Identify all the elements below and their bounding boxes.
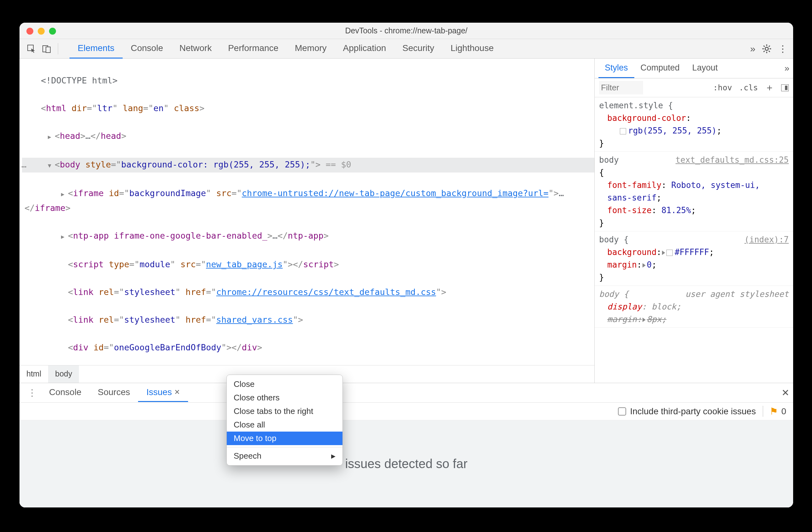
settings-gear-icon[interactable] [762, 44, 772, 54]
ctx-close-right[interactable]: Close tabs to the right [227, 405, 343, 418]
ctx-close[interactable]: Close [227, 377, 343, 391]
rule-selector[interactable]: body [599, 155, 619, 165]
devtools-window: DevTools - chrome://new-tab-page/ Elemen… [19, 23, 793, 507]
issues-count: ⚑0 [763, 406, 786, 417]
dom-tree[interactable]: <!DOCTYPE html> <html dir="ltr" lang="en… [19, 58, 594, 365]
chevron-right-icon: ▶ [331, 453, 336, 460]
ctx-move-to-top[interactable]: Move to top [227, 432, 343, 445]
rule-selector[interactable]: body { [599, 289, 629, 299]
rule-selector[interactable]: body { [599, 235, 629, 244]
tab-elements[interactable]: Elements [70, 39, 122, 59]
more-tabs-icon[interactable]: » [750, 43, 755, 54]
drawer-panel: ⋮ Console Sources Issues✕ ✕ Include thir… [19, 383, 793, 507]
context-menu: Close Close others Close tabs to the rig… [227, 375, 343, 465]
ctx-close-others[interactable]: Close others [227, 391, 343, 405]
panel-tabs: Elements Console Network Performance Mem… [70, 39, 748, 59]
maximize-window[interactable] [49, 28, 56, 34]
svg-line-11 [769, 46, 770, 47]
kebab-menu-icon[interactable]: ⋮ [778, 43, 787, 54]
drawer-tab-console[interactable]: Console [41, 383, 90, 402]
ctx-close-all[interactable]: Close all [227, 418, 343, 432]
drawer-tab-issues[interactable]: Issues✕ [138, 383, 188, 402]
window-title: DevTools - chrome://new-tab-page/ [19, 26, 793, 35]
drawer-tab-sources[interactable]: Sources [90, 383, 139, 402]
styles-filter-input[interactable] [599, 81, 643, 95]
styles-filter-bar: :hov .cls ＋ [595, 79, 793, 97]
elements-panel: <!DOCTYPE html> <html dir="ltr" lang="en… [19, 58, 594, 383]
tab-application[interactable]: Application [335, 39, 394, 59]
title-bar: DevTools - chrome://new-tab-page/ [19, 23, 793, 39]
hov-toggle[interactable]: :hov [713, 83, 732, 92]
styles-rules[interactable]: element.style { background-color:rgb(255… [595, 97, 793, 383]
window-controls [26, 28, 56, 34]
tab-security[interactable]: Security [394, 39, 443, 59]
tab-layout[interactable]: Layout [686, 58, 724, 78]
styles-pane: Styles Computed Layout » :hov .cls ＋ ele… [594, 58, 793, 383]
inspect-icon[interactable] [25, 42, 38, 55]
tab-memory[interactable]: Memory [287, 39, 335, 59]
svg-line-9 [769, 51, 770, 52]
drawer-close-icon[interactable]: ✕ [782, 387, 789, 398]
drawer-tabs: ⋮ Console Sources Issues✕ ✕ [19, 383, 793, 403]
svg-line-8 [764, 46, 765, 47]
new-rule-icon[interactable]: ＋ [765, 81, 774, 94]
tab-lighthouse[interactable]: Lighthouse [443, 39, 502, 59]
device-toggle-icon[interactable] [40, 42, 53, 55]
more-styles-icon[interactable]: » [784, 63, 789, 73]
main-toolbar: Elements Console Network Performance Mem… [19, 39, 793, 58]
rule-source-ua: user agent stylesheet [685, 288, 789, 300]
rule-source-link[interactable]: (index):7 [744, 233, 789, 246]
rule-selector[interactable]: element.style { [599, 99, 789, 112]
tab-performance[interactable]: Performance [220, 39, 287, 59]
rule-source-link[interactable]: text_defaults_md.css:25 [676, 154, 789, 166]
styles-tabs: Styles Computed Layout » [595, 58, 793, 79]
tab-console[interactable]: Console [122, 39, 171, 59]
drawer-toolbar: Include third-party cookie issues ⚑0 [19, 403, 793, 420]
close-tab-icon[interactable]: ✕ [174, 388, 180, 396]
close-window[interactable] [26, 28, 33, 34]
drawer-kebab-icon[interactable]: ⋮ [23, 388, 41, 398]
crumb-body[interactable]: body [48, 365, 79, 383]
svg-point-3 [765, 47, 768, 51]
warning-icon: ⚑ [770, 406, 778, 417]
tab-network[interactable]: Network [171, 39, 220, 59]
issues-empty-state: issues detected so far [19, 420, 793, 507]
svg-rect-2 [46, 47, 50, 53]
dom-body-row[interactable]: <body style="background-color: rgb(255, … [22, 158, 594, 172]
include-third-party-checkbox[interactable]: Include third-party cookie issues [618, 406, 756, 417]
tab-styles[interactable]: Styles [598, 58, 634, 78]
tab-computed[interactable]: Computed [634, 58, 686, 78]
svg-line-10 [764, 51, 765, 52]
sidebar-toggle-icon[interactable] [781, 84, 789, 91]
minimize-window[interactable] [38, 28, 45, 34]
ctx-speech[interactable]: Speech▶ [227, 449, 343, 463]
cls-toggle[interactable]: .cls [739, 83, 758, 92]
crumb-html[interactable]: html [19, 365, 48, 383]
